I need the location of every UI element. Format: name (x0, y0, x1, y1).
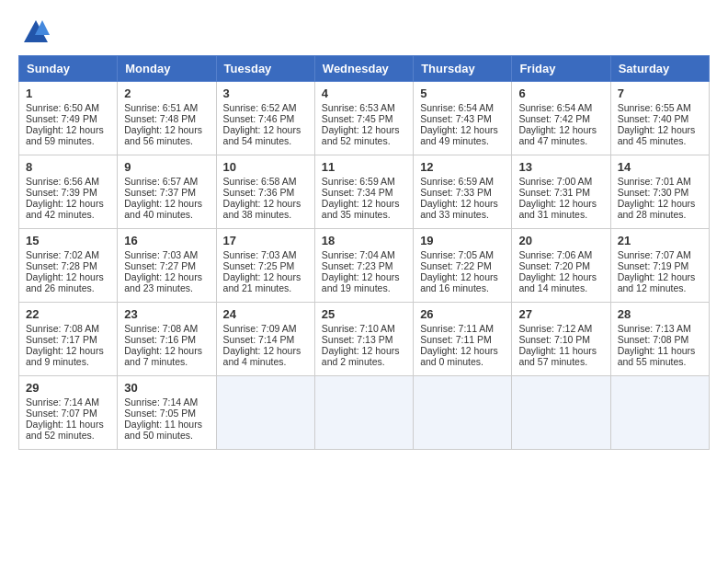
calendar-day-2: 2 Sunrise: 6:51 AM Sunset: 7:48 PM Dayli… (118, 82, 216, 155)
daylight-text: Daylight: 12 hours and 16 minutes. (420, 271, 498, 293)
day-number: 2 (124, 86, 209, 100)
daylight-text: Daylight: 12 hours and 26 minutes. (26, 271, 104, 293)
calendar-day-1: 1 Sunrise: 6:50 AM Sunset: 7:49 PM Dayli… (19, 82, 118, 155)
daylight-text: Daylight: 12 hours and 42 minutes. (26, 198, 104, 220)
day-number: 23 (124, 307, 209, 321)
sunrise-text: Sunrise: 6:59 AM (322, 176, 395, 187)
sunset-text: Sunset: 7:37 PM (124, 187, 196, 198)
day-number: 20 (518, 234, 603, 247)
calendar-day-14: 14 Sunrise: 7:01 AM Sunset: 7:30 PM Dayl… (610, 155, 709, 229)
calendar-day-20: 20 Sunrise: 7:06 AM Sunset: 7:20 PM Dayl… (512, 229, 610, 303)
calendar-week-2: 8 Sunrise: 6:56 AM Sunset: 7:39 PM Dayli… (19, 155, 710, 229)
sunrise-text: Sunrise: 7:02 AM (26, 249, 99, 260)
sunrise-text: Sunrise: 6:54 AM (420, 102, 494, 113)
daylight-text: Daylight: 12 hours and 33 minutes. (420, 198, 498, 220)
day-number: 15 (26, 234, 110, 247)
daylight-text: Daylight: 12 hours and 38 minutes. (223, 198, 301, 220)
sunset-text: Sunset: 7:42 PM (518, 113, 590, 124)
sunset-text: Sunset: 7:20 PM (518, 260, 590, 271)
logo-icon (22, 18, 50, 46)
daylight-text: Daylight: 12 hours and 19 minutes. (322, 271, 400, 293)
calendar-day-23: 23 Sunrise: 7:08 AM Sunset: 7:16 PM Dayl… (118, 303, 216, 376)
calendar-week-3: 15 Sunrise: 7:02 AM Sunset: 7:28 PM Dayl… (19, 229, 710, 303)
calendar-day-15: 15 Sunrise: 7:02 AM Sunset: 7:28 PM Dayl… (19, 229, 118, 303)
calendar-day-6: 6 Sunrise: 6:54 AM Sunset: 7:42 PM Dayli… (512, 82, 610, 155)
sunset-text: Sunset: 7:45 PM (322, 113, 393, 124)
daylight-text: Daylight: 12 hours and 14 minutes. (518, 271, 597, 293)
sunrise-text: Sunrise: 7:04 AM (322, 249, 395, 260)
daylight-text: Daylight: 12 hours and 31 minutes. (518, 198, 597, 220)
calendar-week-4: 22 Sunrise: 7:08 AM Sunset: 7:17 PM Dayl… (19, 303, 710, 376)
calendar-day-12: 12 Sunrise: 6:59 AM Sunset: 7:33 PM Dayl… (414, 155, 512, 229)
daylight-text: Daylight: 12 hours and 56 minutes. (124, 124, 202, 146)
daylight-text: Daylight: 12 hours and 49 minutes. (420, 124, 498, 146)
calendar-day-3: 3 Sunrise: 6:52 AM Sunset: 7:46 PM Dayli… (216, 82, 314, 155)
day-number: 24 (223, 307, 308, 321)
sunrise-text: Sunrise: 7:01 AM (618, 176, 691, 187)
daylight-text: Daylight: 11 hours and 50 minutes. (124, 419, 202, 441)
weekday-header-friday: Friday (512, 56, 610, 82)
daylight-text: Daylight: 12 hours and 40 minutes. (124, 198, 202, 220)
calendar-day-17: 17 Sunrise: 7:03 AM Sunset: 7:25 PM Dayl… (216, 229, 314, 303)
calendar-day-9: 9 Sunrise: 6:57 AM Sunset: 7:37 PM Dayli… (118, 155, 216, 229)
calendar-day-21: 21 Sunrise: 7:07 AM Sunset: 7:19 PM Dayl… (610, 229, 709, 303)
sunrise-text: Sunrise: 7:07 AM (618, 249, 691, 260)
daylight-text: Daylight: 12 hours and 47 minutes. (518, 124, 597, 146)
sunset-text: Sunset: 7:08 PM (618, 334, 689, 345)
sunrise-text: Sunrise: 6:54 AM (518, 102, 592, 113)
sunrise-text: Sunrise: 6:51 AM (124, 102, 198, 113)
calendar-week-1: 1 Sunrise: 6:50 AM Sunset: 7:49 PM Dayli… (19, 82, 710, 155)
day-number: 3 (223, 86, 308, 100)
day-number: 4 (322, 86, 406, 100)
sunrise-text: Sunrise: 7:08 AM (124, 323, 198, 334)
sunset-text: Sunset: 7:16 PM (124, 334, 196, 345)
calendar-empty (216, 376, 314, 450)
calendar-day-7: 7 Sunrise: 6:55 AM Sunset: 7:40 PM Dayli… (610, 82, 709, 155)
sunrise-text: Sunrise: 6:55 AM (618, 102, 691, 113)
calendar-day-10: 10 Sunrise: 6:58 AM Sunset: 7:36 PM Dayl… (216, 155, 314, 229)
sunrise-text: Sunrise: 6:53 AM (322, 102, 395, 113)
calendar-day-25: 25 Sunrise: 7:10 AM Sunset: 7:13 PM Dayl… (314, 303, 413, 376)
day-number: 28 (618, 307, 702, 321)
sunset-text: Sunset: 7:46 PM (223, 113, 295, 124)
day-number: 11 (322, 160, 406, 174)
calendar-empty (512, 376, 610, 450)
sunset-text: Sunset: 7:31 PM (518, 187, 590, 198)
daylight-text: Daylight: 12 hours and 35 minutes. (322, 198, 400, 220)
sunrise-text: Sunrise: 7:06 AM (518, 249, 592, 260)
calendar-day-16: 16 Sunrise: 7:03 AM Sunset: 7:27 PM Dayl… (118, 229, 216, 303)
page-header (18, 18, 710, 46)
daylight-text: Daylight: 12 hours and 12 minutes. (618, 271, 696, 293)
weekday-header-saturday: Saturday (610, 56, 709, 82)
weekday-header-monday: Monday (118, 56, 216, 82)
sunset-text: Sunset: 7:48 PM (124, 113, 196, 124)
calendar-empty (610, 376, 709, 450)
sunset-text: Sunset: 7:28 PM (26, 260, 97, 271)
sunset-text: Sunset: 7:13 PM (322, 334, 393, 345)
day-number: 18 (322, 234, 406, 247)
daylight-text: Daylight: 12 hours and 59 minutes. (26, 124, 104, 146)
sunrise-text: Sunrise: 7:03 AM (124, 249, 198, 260)
weekday-header-thursday: Thursday (414, 56, 512, 82)
day-number: 25 (322, 307, 406, 321)
calendar-day-22: 22 Sunrise: 7:08 AM Sunset: 7:17 PM Dayl… (19, 303, 118, 376)
logo (18, 18, 50, 46)
calendar-day-24: 24 Sunrise: 7:09 AM Sunset: 7:14 PM Dayl… (216, 303, 314, 376)
sunrise-text: Sunrise: 6:56 AM (26, 176, 99, 187)
daylight-text: Daylight: 12 hours and 9 minutes. (26, 345, 104, 367)
day-number: 7 (618, 86, 702, 100)
weekday-header-tuesday: Tuesday (216, 56, 314, 82)
daylight-text: Daylight: 12 hours and 23 minutes. (124, 271, 202, 293)
day-number: 27 (518, 307, 603, 321)
calendar-day-11: 11 Sunrise: 6:59 AM Sunset: 7:34 PM Dayl… (314, 155, 413, 229)
calendar-day-29: 29 Sunrise: 7:14 AM Sunset: 7:07 PM Dayl… (19, 376, 118, 450)
sunrise-text: Sunrise: 6:58 AM (223, 176, 297, 187)
weekday-header-row: SundayMondayTuesdayWednesdayThursdayFrid… (19, 56, 710, 82)
sunset-text: Sunset: 7:43 PM (420, 113, 492, 124)
sunset-text: Sunset: 7:33 PM (420, 187, 492, 198)
day-number: 30 (124, 381, 209, 395)
sunrise-text: Sunrise: 6:52 AM (223, 102, 297, 113)
daylight-text: Daylight: 11 hours and 52 minutes. (26, 419, 104, 441)
sunset-text: Sunset: 7:11 PM (420, 334, 492, 345)
sunset-text: Sunset: 7:22 PM (420, 260, 492, 271)
